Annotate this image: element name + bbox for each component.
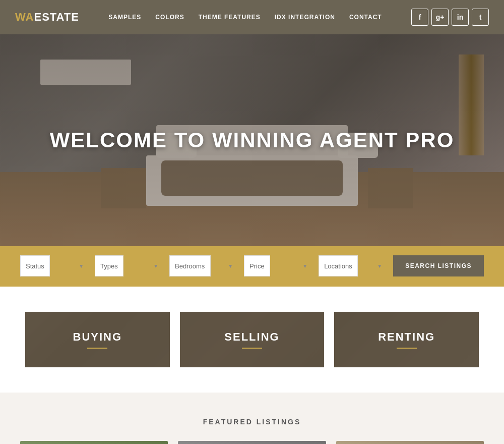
search-bar: Status Types Bedrooms Price Locations SE… [0,245,504,287]
locations-wrapper: Locations [319,255,387,276]
social-links: f g+ in t [411,9,489,26]
categories-grid: BUYING SELLING RENTING [25,312,479,367]
locations-select[interactable]: Locations [319,255,358,276]
types-wrapper: Types [95,255,163,276]
status-select[interactable]: Status [20,255,50,276]
nav-colors[interactable]: COLORS [155,14,184,21]
nav-contact[interactable]: CONTACT [349,14,382,21]
listings-grid [20,441,484,444]
main-nav: SAMPLES COLORS THEME FEATURES IDX INTEGR… [108,14,382,21]
bedrooms-wrapper: Bedrooms [169,255,238,276]
price-select[interactable]: Price [244,255,270,276]
nav-samples[interactable]: SAMPLES [108,14,141,21]
twitter-icon[interactable]: t [472,9,489,26]
featured-section: FEATURED LISTINGS [0,393,504,444]
renting-label: RENTING [378,330,435,344]
nav-theme-features[interactable]: THEME FEATURES [199,14,261,21]
listing-card-2[interactable] [178,441,326,444]
types-select[interactable]: Types [95,255,123,276]
hero-title: WELCOME TO WINNING AGENT PRO [50,128,455,152]
logo-estate: ESTATE [34,11,79,23]
buying-underline [87,348,107,349]
buying-label: BUYING [73,330,122,344]
selling-label: SELLING [224,330,279,344]
site-header: WAESTATE SAMPLES COLORS THEME FEATURES I… [0,0,504,34]
site-logo[interactable]: WAESTATE [15,11,79,24]
price-wrapper: Price [244,255,312,276]
renting-card[interactable]: RENTING [334,312,479,367]
featured-title: FEATURED LISTINGS [20,418,484,426]
bedrooms-select[interactable]: Bedrooms [169,255,211,276]
google-plus-icon[interactable]: g+ [431,9,449,26]
nav-idx-integration[interactable]: IDX INTEGRATION [275,14,335,21]
status-wrapper: Status [20,255,89,276]
facebook-icon[interactable]: f [411,9,428,26]
listing-card-3[interactable] [336,441,484,444]
selling-card[interactable]: SELLING [180,312,325,367]
linkedin-icon[interactable]: in [452,9,469,26]
logo-wa: WA [15,11,34,23]
categories-section: BUYING SELLING RENTING [0,287,504,393]
listing-card-1[interactable] [20,441,168,444]
renting-underline [397,348,417,349]
hero-section: WELCOME TO WINNING AGENT PRO [0,34,504,246]
search-listings-button[interactable]: SEARCH LISTINGS [393,255,484,276]
selling-underline [242,348,262,349]
buying-card[interactable]: BUYING [25,312,170,367]
